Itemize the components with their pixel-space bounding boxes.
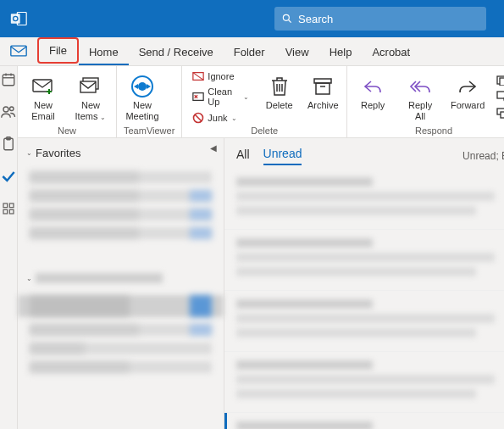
todo-check-icon[interactable] xyxy=(0,168,17,185)
svg-rect-15 xyxy=(9,203,14,208)
folder-item[interactable] xyxy=(30,361,212,373)
group-delete-label: Delete xyxy=(189,125,340,137)
search-input[interactable]: Search xyxy=(274,7,486,31)
filter-all[interactable]: All xyxy=(236,148,250,164)
folder-item[interactable] xyxy=(30,343,212,354)
new-meeting-button[interactable]: NewMeeting xyxy=(124,70,161,125)
people-icon[interactable] xyxy=(0,103,17,120)
favorites-header[interactable]: ⌄ Favorites xyxy=(18,138,224,164)
reply-label: Reply xyxy=(361,100,385,111)
svg-line-28 xyxy=(193,73,203,81)
folder-item[interactable] xyxy=(30,227,212,239)
search-placeholder: Search xyxy=(298,13,333,25)
svg-rect-0 xyxy=(11,14,20,24)
folder-item[interactable] xyxy=(30,324,212,336)
message-item[interactable] xyxy=(224,169,504,230)
ribbon: NewEmail NewItems ⌄ New NewMeeting Te xyxy=(18,66,504,138)
svg-line-33 xyxy=(195,114,202,121)
svg-rect-16 xyxy=(3,209,8,214)
new-items-icon xyxy=(79,75,102,98)
chevron-down-icon: ⌄ xyxy=(26,275,32,282)
folder-item[interactable] xyxy=(30,171,212,183)
cleanup-icon xyxy=(192,92,204,102)
forward-button[interactable]: Forward xyxy=(449,70,486,125)
filter-status-text: Unread; B xyxy=(462,150,504,162)
new-email-icon xyxy=(31,75,55,98)
new-items-button[interactable]: NewItems ⌄ xyxy=(72,70,109,125)
calendar-icon[interactable] xyxy=(0,71,17,88)
reply-all-button[interactable]: ReplyAll xyxy=(402,70,439,125)
tab-home[interactable]: Home xyxy=(79,39,129,65)
message-item[interactable] xyxy=(224,352,504,413)
archive-button[interactable]: Archive xyxy=(306,70,340,125)
filter-unread[interactable]: Unread xyxy=(263,147,302,165)
junk-icon xyxy=(192,112,204,124)
group-teamviewer: NewMeeting TeamViewer xyxy=(117,66,182,137)
tab-acrobat[interactable]: Acrobat xyxy=(362,39,420,65)
svg-rect-41 xyxy=(500,78,504,86)
message-list-pane: All Unread Unread; B xyxy=(224,138,504,429)
cleanup-button[interactable]: Clean Up ⌄ xyxy=(189,85,252,109)
group-tv-label: TeamViewer xyxy=(124,125,174,137)
group-delete: Ignore Clean Up ⌄ Junk ⌄ Delete Archive … xyxy=(182,66,347,137)
respond-extra-1[interactable] xyxy=(493,74,504,87)
archive-label: Archive xyxy=(307,100,339,111)
respond-extra-2[interactable] xyxy=(493,89,504,104)
ignore-button[interactable]: Ignore xyxy=(189,70,252,83)
ignore-icon xyxy=(192,71,204,81)
chevron-down-icon: ⌄ xyxy=(26,149,32,157)
favorites-label: Favorites xyxy=(36,147,80,159)
account-header[interactable]: ⌄ xyxy=(18,265,224,288)
forward-label: Forward xyxy=(451,100,485,111)
message-item[interactable] xyxy=(224,291,504,352)
tasks-clipboard-icon[interactable] xyxy=(0,136,17,153)
message-item[interactable] xyxy=(224,230,504,291)
navigation-rail xyxy=(0,66,18,429)
reply-all-icon xyxy=(408,75,432,98)
svg-rect-45 xyxy=(501,112,504,118)
ribbon-tabs: File Home Send / Receive Folder View Hel… xyxy=(0,37,504,66)
delete-label: Delete xyxy=(266,100,293,111)
svg-rect-6 xyxy=(3,75,14,86)
svg-rect-38 xyxy=(316,83,330,94)
svg-marker-25 xyxy=(134,84,138,89)
account-name-redacted xyxy=(36,273,163,283)
message-item-unread[interactable] xyxy=(224,413,504,429)
svg-rect-29 xyxy=(193,93,203,101)
svg-point-10 xyxy=(3,107,8,112)
tab-send-receive[interactable]: Send / Receive xyxy=(129,39,224,65)
svg-rect-17 xyxy=(9,209,14,214)
svg-point-24 xyxy=(138,82,147,91)
svg-rect-42 xyxy=(497,92,504,98)
folder-item[interactable] xyxy=(30,190,212,202)
respond-extra-3[interactable] xyxy=(493,106,504,121)
svg-rect-14 xyxy=(3,203,8,208)
forward-icon xyxy=(456,75,479,98)
trash-icon xyxy=(268,75,291,98)
archive-icon xyxy=(311,75,335,98)
tab-folder[interactable]: Folder xyxy=(224,39,275,65)
new-items-label: NewItems ⌄ xyxy=(75,100,107,123)
more-apps-icon[interactable] xyxy=(0,200,17,217)
new-meeting-label: NewMeeting xyxy=(125,100,158,122)
group-new-label: New xyxy=(25,125,109,137)
group-respond: Reply ReplyAll Forward xyxy=(347,66,504,137)
tab-file[interactable]: File xyxy=(37,37,79,64)
folder-item[interactable] xyxy=(30,209,212,220)
group-respond-label: Respond xyxy=(354,125,504,137)
junk-button[interactable]: Junk ⌄ xyxy=(189,110,252,125)
new-email-button[interactable]: NewEmail xyxy=(25,70,62,125)
svg-line-4 xyxy=(289,20,291,23)
delete-button[interactable]: Delete xyxy=(263,70,296,125)
title-bar: Search xyxy=(0,0,504,37)
tab-view[interactable]: View xyxy=(275,39,319,65)
folder-item-selected[interactable] xyxy=(18,295,224,317)
svg-rect-22 xyxy=(80,81,96,92)
collapse-folder-pane-icon[interactable]: ◀ xyxy=(210,143,217,153)
teamviewer-icon xyxy=(130,75,154,98)
tab-help[interactable]: Help xyxy=(319,39,363,65)
reply-all-label: ReplyAll xyxy=(408,100,432,122)
reply-icon xyxy=(361,75,385,98)
mail-compose-icon[interactable] xyxy=(0,36,37,65)
reply-button[interactable]: Reply xyxy=(354,70,391,125)
